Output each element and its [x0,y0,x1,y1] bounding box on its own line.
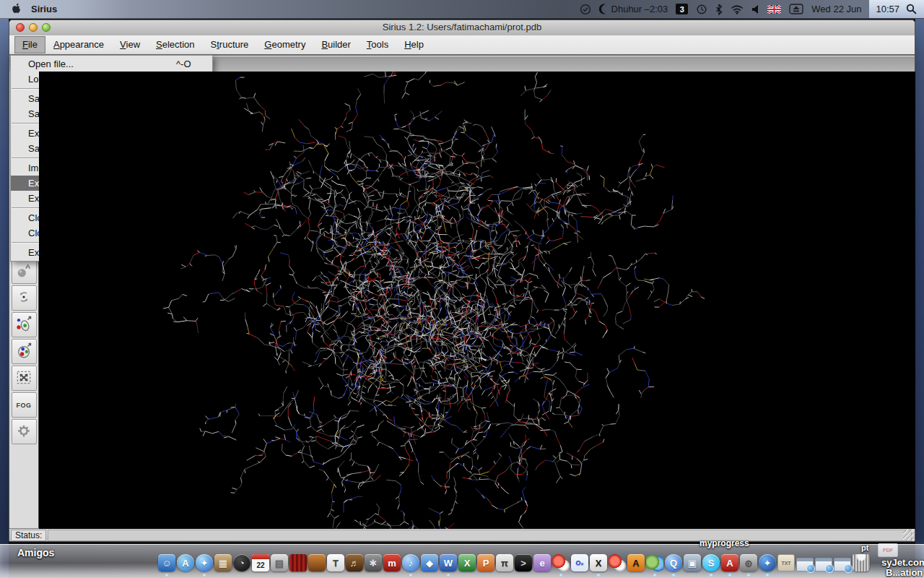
wifi-icon[interactable] [731,4,744,14]
file-menu-item[interactable]: Open file...^-O [11,56,212,72]
running-indicator [202,574,206,577]
safari-glyph: ✦ [201,558,209,568]
dock-word[interactable]: W [439,550,458,571]
textedit-icon: T [327,554,344,571]
screen-sharing-icon: ▣ [684,554,701,571]
apple-menu-icon[interactable] [10,2,21,17]
settings-button[interactable] [12,419,37,444]
x11-icon: X [590,554,607,571]
garageband-icon: ♬ [346,554,363,571]
sync-check-icon[interactable] [580,4,591,15]
dock-txt-stack[interactable]: TXT [777,550,796,571]
desktop-label: Amigos [17,547,54,558]
dock-dashboard[interactable]: ◔ [232,550,251,571]
quicktime-glyph: Q [670,558,677,568]
dock-window-3[interactable] [833,550,852,571]
spotlight-icon[interactable] [906,4,917,14]
dock-itunes[interactable]: ♪ [401,550,420,571]
textedit-glyph: T [333,558,339,568]
menu-file[interactable]: File [14,36,45,53]
dock-matlab[interactable]: m [383,550,401,571]
terminal-glyph: > [520,558,526,568]
atom-label-button[interactable]: A [12,259,37,284]
eject-menu-icon[interactable] [789,4,803,14]
dock-excel[interactable]: X [458,550,476,571]
dock-textedit[interactable]: T [326,550,345,571]
menubar-date[interactable]: Wed 22 Jun [811,4,861,14]
zoom-selection-out-button[interactable] [12,312,37,337]
dock-ichat[interactable] [645,550,664,571]
dock-garageband[interactable]: ♬ [345,550,364,571]
zoom-selection-in-button[interactable] [12,339,37,364]
dock-entourage[interactable]: e [533,550,552,571]
dock-molecule-viewer[interactable] [552,550,570,571]
menu-help[interactable]: Help [396,36,432,53]
dock-window-2[interactable] [814,550,833,571]
menu-tools[interactable]: Tools [359,36,396,53]
menu-selection[interactable]: Selection [148,36,202,53]
dock-safari[interactable]: ✦ [195,550,214,571]
uk-flag-icon[interactable] [767,5,781,14]
dock-idvd[interactable]: ✦ [758,550,777,571]
dock: ☺A✦▦◔22▤T♬✱m♪◆WXPπ>eO₂XAQ▣SA⊙✦TXT [0,544,924,578]
bluetooth-icon[interactable] [715,4,723,15]
fit-view-icon [15,368,32,389]
dock-window-1[interactable] [796,550,814,571]
status-bar: Status: [9,528,915,541]
menu-view[interactable]: View [112,36,148,53]
dock-aperture[interactable] [308,550,326,571]
dock-messenger[interactable]: ◆ [420,550,439,571]
dock-o2-app[interactable]: O₂ [570,550,589,571]
fit-view-button[interactable] [12,366,37,391]
dock-trash[interactable] [852,550,871,571]
dock-preview[interactable]: ▦ [214,550,232,571]
dock-app-store[interactable]: A [176,550,195,571]
latex-glyph: π [501,558,508,568]
fog-label: FOG [17,402,32,409]
atom-label-icon: A [15,261,32,282]
dock-avogadro[interactable]: A [627,550,645,571]
dock-items: ☺A✦▦◔22▤T♬✱m♪◆WXPπ>eO₂XAQ▣SA⊙✦TXT [157,550,871,571]
dock-terminal[interactable]: > [514,550,533,571]
screen-sharing-glyph: ▣ [688,558,697,568]
zoom-selection-out-icon [15,314,32,336]
menubar-app-name[interactable]: Sirius [31,4,57,14]
dashboard-glyph: ◔ [239,558,245,568]
rotate-button[interactable] [12,285,37,311]
dock-skype[interactable]: S [702,550,720,571]
settings-icon [15,421,32,443]
preview-icon: ▦ [214,554,232,571]
menu-geometry[interactable]: Geometry [256,36,313,53]
dock-powerpoint[interactable]: P [476,550,495,571]
time-machine-icon[interactable] [696,4,707,15]
dock-adobe-reader[interactable]: A [720,550,739,571]
menu-structure[interactable]: Structure [203,36,257,53]
status-field [48,530,912,541]
dock-x11[interactable]: X [589,550,608,571]
fog-button[interactable]: FOG [12,392,37,418]
dock-finder[interactable]: ☺ [157,550,176,571]
dock-automator[interactable]: ⊙ [739,550,758,571]
input-day-badge[interactable]: 3 [676,4,688,14]
dock-molecule-builder[interactable] [608,550,627,571]
o2-app-glyph: O₂ [576,560,584,566]
dock-screen-sharing[interactable]: ▣ [683,550,702,571]
dock-quicktime[interactable]: Q [664,550,683,571]
window-titlebar[interactable]: Sirius 1.2: Users/fatimachami/prot.pdb [9,20,915,36]
dock-latex[interactable]: π [495,550,514,571]
running-indicator [409,574,413,577]
dock-ical[interactable]: 22 [251,550,270,571]
molecule-viewport[interactable] [39,72,915,529]
prayer-time-menu[interactable]: Dhuhur –2:03 [599,4,668,14]
resize-grip[interactable] [903,530,914,540]
adobe-reader-icon: A [721,554,738,571]
volume-icon[interactable] [751,4,759,14]
desktop-wallpaper-right [915,0,924,578]
menu-appearance[interactable]: Appearance [45,36,112,53]
menubar-clock[interactable]: 10:57 [876,4,899,14]
dock-system-preferences[interactable]: ✱ [364,550,383,571]
menu-builder[interactable]: Builder [313,36,358,53]
dock-photo-stack[interactable]: ▤ [270,550,289,571]
dock-photo-booth[interactable] [289,550,308,571]
desktop-label: pt [861,543,868,552]
